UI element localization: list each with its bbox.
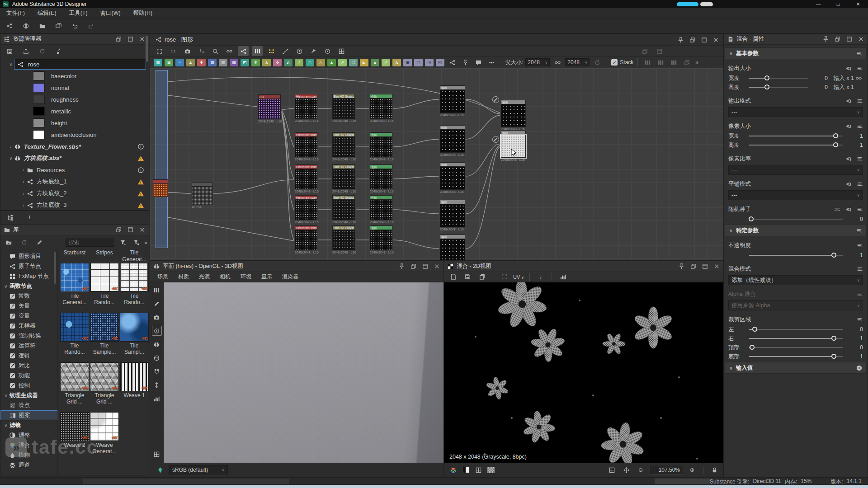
item-thumbnail[interactable]: ⋘ (120, 263, 149, 292)
menueq-icon[interactable] (856, 65, 863, 71)
menueq-icon[interactable] (856, 265, 863, 272)
menueq-icon[interactable] (856, 316, 863, 323)
edit-library-icon[interactable] (34, 237, 45, 247)
library-category-功能[interactable]: 功能 (0, 371, 57, 380)
info-icon[interactable] (137, 166, 144, 174)
transform-icon[interactable] (152, 380, 162, 390)
uv-dropdown[interactable]: UV ∨ (513, 274, 524, 280)
zoom-level-field[interactable]: 107.50% (650, 466, 683, 474)
node-type-icon[interactable]: ◮ (392, 59, 401, 66)
graph-canvas[interactable]: CB 2048x2048 - L16Histogram scan 2048x20… (150, 68, 723, 260)
library-category-混合[interactable]: 混合 (0, 440, 57, 450)
item-thumbnail[interactable]: ⋘ (60, 412, 89, 441)
slider-track[interactable] (749, 219, 843, 220)
menueq-icon[interactable] (856, 97, 863, 104)
node-thumbnail[interactable] (370, 136, 392, 157)
maximize-panel-icon[interactable] (701, 263, 709, 271)
menu-item[interactable]: 窗口(W) (94, 8, 127, 19)
float-panel-icon[interactable] (114, 226, 123, 234)
filter-star-icon[interactable] (131, 237, 142, 247)
float-panel-icon[interactable] (114, 35, 123, 43)
slider-handle[interactable] (833, 142, 838, 147)
inherit-icon[interactable] (845, 97, 852, 104)
snap-icon[interactable] (152, 366, 162, 376)
comment-icon[interactable] (473, 57, 484, 67)
graph-node[interactable]: Blur HQ Grayscale 2048x2048 - L16 (332, 225, 355, 254)
menueq-icon[interactable] (856, 122, 863, 129)
menu-item[interactable]: 工具(T) (63, 8, 94, 19)
slider-track[interactable] (749, 338, 843, 339)
library-category-图形项目[interactable]: 图形项目 (0, 251, 57, 261)
view3d-menu-item[interactable]: 光源 (194, 273, 214, 281)
colorspace-dropdown[interactable]: sRGB (default)∨ (169, 465, 228, 474)
add-folder-icon[interactable] (3, 237, 14, 247)
node-thumbnail[interactable] (332, 169, 355, 189)
float-panel-icon[interactable] (689, 263, 697, 271)
node-thumbnail[interactable] (440, 239, 465, 260)
save-image-icon[interactable] (462, 272, 473, 282)
infod-icon[interactable]: i (196, 46, 207, 56)
param-slider[interactable]: 1 (724, 251, 868, 260)
library-item[interactable]: ⋘ Triangle Grid ... (90, 362, 119, 406)
output-item-metallic[interactable]: metallic (0, 105, 149, 117)
dotline-icon[interactable] (486, 57, 497, 67)
tree-item[interactable]: › 方块底纹_3 (0, 199, 149, 211)
inherit-icon[interactable] (845, 122, 852, 129)
item-thumbnail[interactable]: ⋘ (60, 263, 89, 292)
inherit-icon[interactable] (845, 155, 852, 162)
node-type-icon[interactable]: ◩ (241, 59, 249, 66)
library-item[interactable]: ⋘ Tile Sampl... (120, 313, 149, 356)
node-thumbnail[interactable] (370, 230, 392, 250)
library-category-图案[interactable]: 图案 (0, 410, 57, 420)
section-header-基本参数[interactable]: ∨ 基本参数 (725, 47, 867, 59)
item-thumbnail[interactable]: ⋘ (90, 263, 119, 292)
channels-icon[interactable] (448, 465, 458, 475)
view3d-menu-item[interactable]: 显示 (257, 273, 277, 281)
param-slider[interactable]: 高度 1 (724, 141, 868, 150)
align-left-icon[interactable] (642, 57, 653, 67)
grayscale-toggle-icon[interactable] (462, 467, 469, 473)
library-category-函数节点[interactable]: ∨函数节点 (0, 281, 57, 291)
layout-node-icon[interactable]: ◲ (425, 59, 434, 66)
output-item-ambientocclusion[interactable]: ambientocclusion (0, 129, 149, 141)
redo-icon[interactable] (85, 20, 97, 32)
graph-node[interactable]: 色阶 2048x2048 - L16 (370, 195, 392, 224)
maximize-panel-icon[interactable] (700, 36, 708, 44)
pinv-icon[interactable] (460, 57, 471, 67)
maximize-button[interactable]: □ (828, 0, 848, 8)
graph-node[interactable]: 色阶 2048x2048 - L16 (370, 225, 392, 254)
close-panel-icon[interactable] (138, 35, 146, 43)
node-type-icon[interactable]: ▩ (230, 59, 238, 66)
clean-icon[interactable] (53, 47, 64, 56)
float-panel-icon[interactable] (833, 35, 841, 43)
param-slider[interactable]: 宽度 1 (724, 131, 868, 141)
ydots-icon[interactable] (266, 46, 277, 56)
graph-node[interactable]: 输出 2048x2048 - L16 (440, 235, 465, 260)
graph-node[interactable] (153, 179, 168, 197)
shuffle-icon[interactable] (834, 206, 840, 212)
slider-handle[interactable] (831, 354, 836, 359)
tree-item[interactable]: › 方块底纹_1 (0, 176, 149, 188)
node-type-icon[interactable]: ≈ (175, 59, 184, 66)
node-type-icon[interactable]: ⤫ (306, 59, 314, 66)
material-sphere-icon[interactable] (152, 353, 162, 363)
param-dropdown[interactable]: 添加（线性减淡）∨ (728, 275, 863, 285)
graph-node[interactable]: 输出 2048x2048 - L16 (440, 200, 465, 231)
library-item-label[interactable]: Tile Generat... (120, 249, 149, 263)
fit-icon[interactable] (499, 272, 509, 282)
stats-icon[interactable] (152, 394, 162, 404)
pin-panel-icon[interactable] (397, 263, 406, 271)
chevron-icon[interactable]: › (20, 191, 27, 196)
close-panel-icon[interactable] (138, 226, 146, 234)
item-thumbnail[interactable]: ⋘ (60, 362, 89, 391)
new-image-icon[interactable] (448, 272, 458, 282)
info-view-icon[interactable]: i (24, 212, 35, 222)
library-item[interactable]: ⋘ Tile Sample... (90, 313, 119, 356)
library-category-噪点[interactable]: 噪点 (0, 400, 57, 410)
layout-node-icon[interactable]: ▢ (414, 59, 423, 66)
slider-track[interactable] (749, 87, 808, 88)
graph-node[interactable]: 色阶 2048x2048 - L16 (370, 94, 392, 122)
node-thumbnail[interactable] (295, 199, 317, 220)
output-item-basecolor[interactable]: basecolor (0, 70, 149, 82)
barspanel-icon[interactable] (252, 46, 263, 56)
